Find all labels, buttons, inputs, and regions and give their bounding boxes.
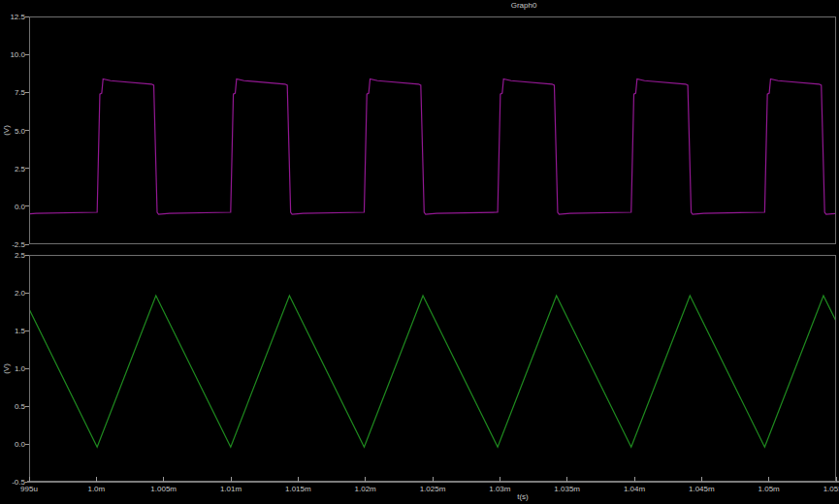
x-tick-label: 1.05m: [758, 485, 780, 493]
x-tick-mark: [231, 477, 232, 482]
x-tick-label: 1.01m: [220, 485, 242, 493]
y-tick-label: -2.5: [0, 240, 25, 249]
graph-title: Graph0: [511, 1, 537, 10]
y-tick-mark: [25, 244, 29, 245]
triangle-wave-trace: [30, 296, 835, 447]
x-tick-mark: [298, 477, 299, 482]
y-tick-mark: [25, 444, 29, 445]
x-tick-mark: [163, 477, 164, 482]
x-tick-mark: [701, 477, 702, 482]
y-tick-label: 7.5: [0, 88, 25, 97]
y-tick-label: 2.5: [0, 164, 25, 173]
square-wave-plot-area[interactable]: [29, 16, 836, 244]
x-tick-label: 995u: [20, 485, 38, 493]
y-tick-label: 2.5: [0, 251, 25, 260]
y-tick-label: 5.0: [0, 126, 25, 135]
y-tick-label: 1.0: [0, 364, 25, 373]
triangle-waveform-svg: [30, 256, 835, 481]
y-tick-mark: [25, 406, 29, 407]
y-tick-mark: [25, 16, 29, 17]
x-tick-mark: [29, 477, 30, 482]
x-tick-label: 1.02m: [355, 485, 376, 493]
x-axis-label: t(s): [517, 492, 529, 501]
y-tick-label: 12.5: [0, 13, 25, 21]
y-tick-label: 10.0: [0, 50, 25, 59]
y-tick-mark: [25, 92, 29, 93]
x-tick-mark: [433, 477, 434, 482]
y-tick-label: 0.0: [0, 440, 25, 449]
x-tick-label: 1.025m: [420, 485, 446, 493]
waveform-viewer-window: Graph0 (V) (V) 12.510.07.55.02.50.0-2.52…: [0, 0, 839, 504]
y-tick-label: 1.5: [0, 327, 25, 335]
x-axis-line: [27, 481, 839, 483]
x-tick-mark: [836, 477, 837, 482]
square-wave-trace: [30, 79, 835, 214]
x-tick-mark: [365, 477, 366, 482]
x-tick-label: 1.035m: [554, 485, 580, 493]
square-waveform-svg: [30, 17, 835, 243]
y-tick-mark: [25, 130, 29, 131]
x-tick-label: 1.0m: [87, 485, 105, 493]
x-tick-label: 1.045m: [689, 485, 715, 493]
x-tick-mark: [566, 477, 567, 482]
y-tick-mark: [25, 205, 29, 206]
y-tick-mark: [25, 368, 29, 369]
y-tick-mark: [25, 293, 29, 294]
x-tick-mark: [96, 477, 97, 482]
x-tick-label: 1.005m: [150, 485, 177, 493]
y-tick-label: 0.5: [0, 402, 25, 411]
x-tick-label: 1.03m: [489, 485, 510, 493]
x-tick-label: 1.055m: [823, 485, 839, 493]
triangle-wave-plot-area[interactable]: [29, 255, 836, 482]
x-tick-label: 1.04m: [624, 485, 645, 493]
x-tick-mark: [500, 477, 500, 482]
x-tick-label: 1.015m: [285, 485, 311, 493]
y-tick-label: 2.0: [0, 289, 25, 298]
y-tick-label: 0.0: [0, 202, 25, 210]
x-tick-mark: [634, 477, 635, 482]
y-tick-mark: [25, 255, 29, 256]
y-tick-mark: [25, 331, 29, 331]
x-tick-mark: [768, 477, 769, 482]
y-tick-mark: [25, 168, 29, 169]
y-tick-mark: [25, 54, 29, 55]
